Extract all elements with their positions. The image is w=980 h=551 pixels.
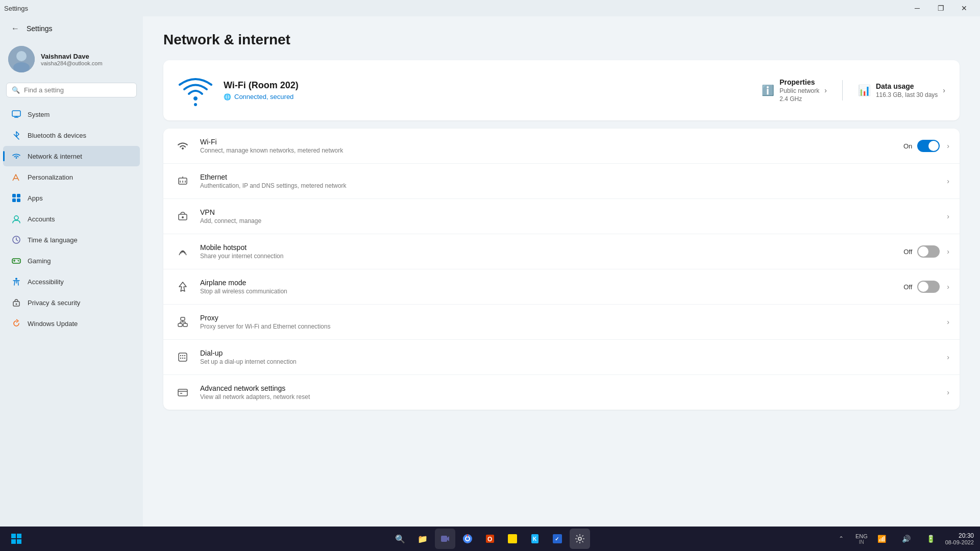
svg-marker-58: [447, 536, 449, 541]
sidebar-item-time[interactable]: Time & language: [3, 230, 140, 250]
toggle-label-airplane: Off: [903, 283, 912, 291]
toggle-wifi[interactable]: [917, 140, 940, 152]
search-input[interactable]: [24, 86, 131, 94]
privacy-icon: [11, 297, 21, 308]
sidebar-item-privacy[interactable]: Privacy & security: [3, 292, 140, 313]
setting-title-proxy: Proxy: [200, 314, 937, 322]
toggle-hotspot[interactable]: [917, 245, 940, 258]
taskbar-todo[interactable]: ✓: [547, 529, 568, 549]
setting-title-dialup: Dial-up: [200, 349, 937, 357]
start-button[interactable]: [6, 529, 27, 549]
apps-icon: [11, 193, 21, 203]
setting-right-airplane: Off ›: [903, 281, 949, 293]
setting-row-airplane[interactable]: Airplane mode Stop all wireless communic…: [163, 269, 960, 305]
setting-title-wifi: Wi-Fi: [200, 138, 895, 146]
taskbar-chrome[interactable]: [457, 529, 478, 549]
close-button[interactable]: ✕: [952, 0, 976, 16]
svg-rect-64: [508, 534, 517, 543]
svg-rect-38: [181, 317, 185, 320]
setting-row-vpn[interactable]: VPN Add, connect, manage ›: [163, 199, 960, 234]
svg-point-19: [13, 260, 14, 261]
setting-row-dialup[interactable]: Dial-up Set up a dial-up internet connec…: [163, 340, 960, 375]
sidebar-item-label: Gaming: [28, 257, 51, 265]
back-button[interactable]: ←: [8, 21, 22, 36]
date-display: 08-09-2022: [945, 539, 974, 545]
sidebar-item-bluetooth[interactable]: Bluetooth & devices: [3, 125, 140, 145]
taskbar: 🔍 📁 O: [0, 527, 980, 551]
user-section[interactable]: Vaishnavi Dave vaisha284@outlook.com: [0, 36, 143, 81]
sidebar-item-system[interactable]: System: [3, 104, 140, 124]
taskbar-search[interactable]: 🔍: [390, 529, 410, 549]
hotspot-icon: [174, 242, 192, 261]
svg-rect-53: [11, 534, 16, 538]
sidebar-app-title: Settings: [27, 24, 53, 33]
ethernet-icon: [174, 172, 192, 190]
toggle-airplane[interactable]: [917, 281, 940, 293]
gaming-icon: [11, 256, 21, 266]
setting-row-ethernet[interactable]: Ethernet Authentication, IP and DNS sett…: [163, 164, 960, 199]
data-usage-link[interactable]: 📊 Data usage 116.3 GB, last 30 days ›: [858, 82, 945, 98]
content-area: Network & internet Wi-Fi (Room 202) 🌐 Co…: [143, 16, 980, 527]
taskbar-office[interactable]: O: [480, 529, 500, 549]
sidebar-item-gaming[interactable]: Gaming: [3, 251, 140, 271]
setting-title-airplane: Airplane mode: [200, 279, 895, 287]
svg-rect-8: [17, 194, 20, 197]
taskbar-wifi[interactable]: 📶: [872, 529, 892, 549]
sidebar-item-accounts[interactable]: Accounts: [3, 209, 140, 229]
properties-sub2: 2.4 GHz: [779, 95, 819, 103]
sidebar-item-update[interactable]: Windows Update: [3, 313, 140, 334]
svg-point-26: [16, 304, 17, 305]
sidebar-item-accessibility[interactable]: Accessibility: [3, 271, 140, 292]
setting-text-advanced: Advanced network settings View all netwo…: [200, 384, 937, 400]
setting-text-vpn: VPN Add, connect, manage: [200, 208, 937, 224]
setting-row-hotspot[interactable]: Mobile hotspot Share your internet conne…: [163, 234, 960, 269]
wifi-status-text: Connected, secured: [234, 93, 293, 101]
taskbar-left: [6, 529, 27, 549]
taskbar-volume[interactable]: 🔊: [896, 529, 917, 549]
taskbar-kindle[interactable]: K: [525, 529, 545, 549]
taskbar-files[interactable]: 📁: [412, 529, 433, 549]
setting-desc-hotspot: Share your internet connection: [200, 253, 895, 260]
svg-point-45: [182, 355, 183, 356]
svg-text:✓: ✓: [555, 536, 559, 542]
accessibility-icon: [11, 277, 21, 287]
sidebar-item-apps[interactable]: Apps: [3, 188, 140, 208]
taskbar-center: 🔍 📁 O: [390, 529, 590, 549]
setting-text-dialup: Dial-up Set up a dial-up internet connec…: [200, 349, 937, 365]
toggle-label-hotspot: Off: [903, 248, 912, 256]
setting-title-advanced: Advanced network settings: [200, 384, 937, 392]
setting-row-wifi[interactable]: Wi-Fi Connect, manage known networks, me…: [163, 129, 960, 164]
svg-point-11: [14, 216, 18, 220]
svg-point-18: [14, 261, 15, 262]
info-icon: ℹ️: [762, 84, 774, 96]
taskbar-clock[interactable]: 20:30 08-09-2022: [945, 532, 974, 545]
wifi-status: 🌐 Connected, secured: [224, 93, 751, 101]
taskbar-sticky[interactable]: [502, 529, 523, 549]
page-title: Network & internet: [163, 32, 960, 48]
taskbar-settings[interactable]: [570, 529, 590, 549]
taskbar-battery[interactable]: 🔋: [921, 529, 941, 549]
maximize-button[interactable]: ❐: [929, 0, 952, 16]
wifi-hero-icon: [178, 72, 213, 108]
bluetooth-icon: [11, 130, 21, 140]
network-icon: [11, 151, 21, 161]
taskbar-meet[interactable]: [435, 529, 455, 549]
chevron-wifi: ›: [947, 142, 949, 150]
properties-link[interactable]: ℹ️ Properties Public network 2.4 GHz ›: [762, 78, 827, 103]
chevron-hotspot: ›: [947, 247, 949, 256]
setting-row-advanced[interactable]: Advanced network settings View all netwo…: [163, 375, 960, 410]
main-window: ← Settings Vaishnavi Dave vaisha284@outl…: [0, 16, 980, 527]
title-bar: Settings ─ ❐ ✕: [0, 0, 980, 16]
taskbar-chevron-up[interactable]: ⌃: [831, 529, 851, 549]
minimize-button[interactable]: ─: [905, 0, 929, 16]
vpn-icon: [174, 207, 192, 226]
properties-chevron: ›: [824, 86, 827, 94]
sidebar-item-personalization[interactable]: Personalization: [3, 167, 140, 187]
chevron-dialup: ›: [947, 353, 949, 361]
sidebar-item-label: Personalization: [28, 173, 73, 181]
setting-row-proxy[interactable]: Proxy Proxy server for Wi-Fi and Etherne…: [163, 305, 960, 340]
search-box[interactable]: 🔍: [6, 83, 137, 97]
svg-point-22: [18, 261, 19, 262]
wifi-hero[interactable]: Wi-Fi (Room 202) 🌐 Connected, secured ℹ️…: [163, 60, 960, 120]
sidebar-item-network[interactable]: Network & internet: [3, 146, 140, 166]
